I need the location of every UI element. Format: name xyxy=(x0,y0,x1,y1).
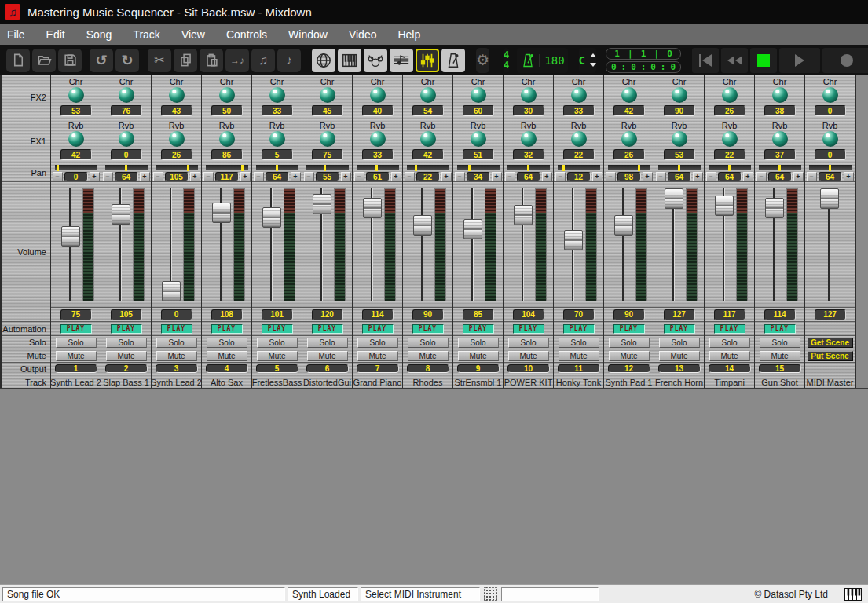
score-view-button[interactable] xyxy=(390,49,413,72)
menu-item-view[interactable]: View xyxy=(181,28,205,41)
piano-roll-view-button[interactable] xyxy=(338,49,361,72)
pan-plus-button[interactable]: + xyxy=(793,172,804,181)
pan-slider[interactable] xyxy=(105,165,148,170)
volume-fader-handle[interactable] xyxy=(413,215,432,236)
volume-fader-handle[interactable] xyxy=(112,204,130,225)
solo-button[interactable]: Solo xyxy=(408,338,449,348)
fx1-knob[interactable] xyxy=(621,131,637,147)
fx1-knob[interactable] xyxy=(571,131,587,147)
fx2-knob[interactable] xyxy=(722,87,738,103)
menu-item-song[interactable]: Song xyxy=(86,28,112,41)
pan-minus-button[interactable]: − xyxy=(555,172,566,181)
mute-button[interactable]: Mute xyxy=(106,351,147,361)
mute-button[interactable]: Mute xyxy=(156,351,197,361)
fx2-knob[interactable] xyxy=(521,87,537,103)
volume-fader-handle[interactable] xyxy=(313,194,331,214)
mixer-view-button[interactable] xyxy=(416,49,439,72)
volume-fader-handle[interactable] xyxy=(820,188,839,209)
fx1-knob[interactable] xyxy=(521,131,537,147)
fx2-knob[interactable] xyxy=(219,87,235,103)
solo-button[interactable]: Solo xyxy=(458,338,499,348)
volume-fader-handle[interactable] xyxy=(564,230,583,250)
fx2-knob[interactable] xyxy=(621,87,637,103)
volume-fader-track[interactable] xyxy=(270,188,273,302)
midi-grid-icon[interactable] xyxy=(484,587,497,601)
pan-plus-button[interactable]: + xyxy=(90,172,100,181)
fx1-knob[interactable] xyxy=(822,131,838,147)
fx1-knob[interactable] xyxy=(219,131,235,147)
automation-play-button[interactable]: PLAY xyxy=(714,324,745,334)
fx2-knob[interactable] xyxy=(420,87,436,103)
redo-button[interactable]: ↻ xyxy=(115,49,139,72)
rewind-button[interactable] xyxy=(721,48,748,73)
pan-plus-button[interactable]: + xyxy=(291,172,301,181)
mute-button[interactable]: Mute xyxy=(257,351,298,361)
volume-fader-track[interactable] xyxy=(622,188,624,302)
pan-slider[interactable] xyxy=(759,165,801,170)
pan-minus-button[interactable]: − xyxy=(153,172,163,181)
mute-button[interactable]: Mute xyxy=(508,351,549,361)
pan-slider[interactable] xyxy=(55,165,97,170)
cut-button[interactable]: ✂ xyxy=(148,49,171,72)
volume-fader-handle[interactable] xyxy=(765,198,784,218)
fx2-knob[interactable] xyxy=(119,87,134,103)
automation-play-button[interactable]: PLAY xyxy=(362,324,394,334)
stop-button[interactable] xyxy=(750,48,777,73)
volume-fader-handle[interactable] xyxy=(463,219,482,239)
menu-item-help[interactable]: Help xyxy=(397,28,420,41)
fx1-knob[interactable] xyxy=(420,131,436,147)
skip-to-start-button[interactable] xyxy=(692,48,719,73)
settings-button[interactable]: ⚙ xyxy=(476,48,489,73)
pan-slider[interactable] xyxy=(507,165,550,170)
pan-plus-button[interactable]: + xyxy=(542,172,552,181)
drums-view-button[interactable] xyxy=(364,49,387,72)
pan-minus-button[interactable]: − xyxy=(354,172,364,181)
mute-button[interactable]: Mute xyxy=(307,351,348,361)
solo-button[interactable]: Solo xyxy=(156,338,197,348)
menu-item-track[interactable]: Track xyxy=(133,28,159,41)
pan-slider[interactable] xyxy=(206,165,248,170)
automation-play-button[interactable]: PLAY xyxy=(211,324,243,334)
fx2-knob[interactable] xyxy=(672,87,687,103)
mute-button[interactable]: Mute xyxy=(760,351,800,361)
solo-button[interactable]: Solo xyxy=(207,338,247,348)
mute-button[interactable]: Mute xyxy=(56,351,97,361)
solo-button[interactable]: Solo xyxy=(760,338,800,348)
mute-button[interactable]: Mute xyxy=(659,351,700,361)
solo-button[interactable]: Solo xyxy=(357,338,398,348)
pan-plus-button[interactable]: + xyxy=(643,172,653,181)
fx2-knob[interactable] xyxy=(571,87,587,103)
fx1-knob[interactable] xyxy=(722,131,738,147)
fx2-knob[interactable] xyxy=(471,87,486,103)
fx1-knob[interactable] xyxy=(68,131,84,147)
pan-minus-button[interactable]: − xyxy=(505,172,515,181)
mute-button[interactable]: Mute xyxy=(207,351,247,361)
pan-slider[interactable] xyxy=(256,165,298,170)
pan-minus-button[interactable]: − xyxy=(254,172,264,181)
pan-minus-button[interactable]: − xyxy=(405,172,415,181)
pan-minus-button[interactable]: − xyxy=(756,172,767,181)
mute-button[interactable]: Mute xyxy=(609,351,650,361)
pan-plus-button[interactable]: + xyxy=(743,172,753,181)
automation-play-button[interactable]: PLAY xyxy=(764,324,796,334)
pan-minus-button[interactable]: − xyxy=(103,172,113,181)
pan-plus-button[interactable]: + xyxy=(240,172,251,181)
pan-slider[interactable] xyxy=(658,165,701,170)
undo-button[interactable]: ↺ xyxy=(90,49,113,72)
solo-button[interactable]: Solo xyxy=(659,338,700,348)
fx2-knob[interactable] xyxy=(822,87,838,103)
pan-minus-button[interactable]: − xyxy=(304,172,314,181)
menu-item-edit[interactable]: Edit xyxy=(46,28,65,41)
pan-minus-button[interactable]: − xyxy=(606,172,616,181)
automation-play-button[interactable]: PLAY xyxy=(412,324,444,334)
pan-minus-button[interactable]: − xyxy=(455,172,465,181)
pan-minus-button[interactable]: − xyxy=(656,172,666,181)
mute-button[interactable]: Mute xyxy=(357,351,398,361)
fx2-knob[interactable] xyxy=(370,87,386,103)
solo-button[interactable]: Solo xyxy=(709,338,750,348)
volume-fader-handle[interactable] xyxy=(212,203,231,223)
volume-fader-handle[interactable] xyxy=(262,207,281,228)
automation-play-button[interactable]: PLAY xyxy=(262,324,293,334)
automation-play-button[interactable]: PLAY xyxy=(312,324,343,334)
mute-button[interactable]: Mute xyxy=(408,351,449,361)
